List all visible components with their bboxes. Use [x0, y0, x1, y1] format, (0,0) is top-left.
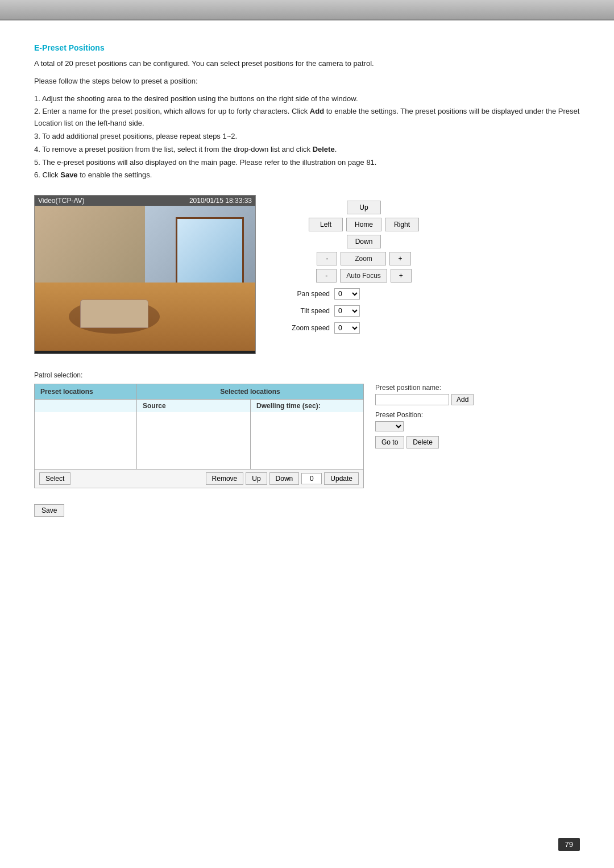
camera-label: Video(TCP-AV)	[38, 197, 85, 205]
select-button[interactable]: Select	[39, 472, 70, 485]
tilt-speed-label: Tilt speed	[284, 307, 330, 315]
intro-text: A total of 20 preset positions can be co…	[34, 58, 580, 70]
page-content: E-Preset Positions A total of 20 preset …	[0, 20, 614, 551]
ptz-zoom-label: Zoom	[341, 252, 386, 265]
sub-preset-col	[35, 400, 137, 412]
ptz-autofocus-plus-button[interactable]: +	[391, 269, 412, 283]
zoom-speed-row: Zoom speed 0123	[273, 322, 455, 334]
ptz-down-row: Down	[273, 235, 455, 248]
preset-position-select[interactable]	[375, 421, 404, 431]
ptz-down-button[interactable]: Down	[347, 235, 381, 248]
camera-controls-row: Video(TCP-AV) 2010/01/15 18:33:33 Up Lef…	[34, 195, 580, 354]
delete-button[interactable]: Delete	[406, 436, 439, 448]
ptz-zoom-plus-button[interactable]: +	[389, 252, 410, 265]
step-3: 3. To add additional preset positions, p…	[34, 131, 580, 143]
zoom-speed-select[interactable]: 0123	[334, 322, 360, 334]
ptz-controls: Up Left Home Right Down - Zoom + - Auto …	[273, 195, 455, 334]
steps-intro: Please follow the steps below to preset …	[34, 76, 580, 88]
preset-pos-label: Preset Position:	[375, 411, 478, 419]
patrol-table-header: Preset locations Selected locations	[35, 384, 363, 399]
ptz-home-button[interactable]: Home	[346, 218, 381, 231]
patrol-footer-right: Remove Up Down Update	[206, 472, 359, 485]
patrol-table-subheader: Source Dwelling time (sec):	[35, 399, 363, 412]
patrol-table-area: Preset locations Selected locations Sour…	[34, 384, 580, 488]
step4-bold: Delete	[313, 145, 335, 153]
pan-speed-label: Pan speed	[284, 290, 330, 298]
dwell-list-body	[251, 412, 363, 469]
preset-panel: Preset position name: Add Preset Positio…	[375, 384, 478, 448]
top-bar	[0, 0, 614, 20]
patrol-label: Patrol selection:	[34, 371, 580, 379]
preset-name-input[interactable]	[375, 394, 449, 405]
page-number: 79	[558, 838, 580, 851]
dwell-col-header: Dwelling time (sec):	[251, 400, 363, 412]
step-6: 6. Click Save to enable the settings.	[34, 169, 580, 181]
zoom-speed-label: Zoom speed	[284, 324, 330, 332]
pan-speed-select[interactable]: 0123	[334, 288, 360, 300]
patrol-table-footer: Select Remove Up Down Update	[35, 469, 363, 488]
camera-view: Video(TCP-AV) 2010/01/15 18:33:33	[34, 195, 256, 354]
ptz-zoom-row: - Zoom +	[273, 252, 455, 265]
save-button[interactable]: Save	[34, 504, 64, 517]
source-col-header: Source	[137, 400, 251, 412]
ptz-autofocus-minus-button[interactable]: -	[316, 269, 337, 283]
step6-bold: Save	[60, 171, 77, 179]
step-4: 4. To remove a preset position from the …	[34, 144, 580, 156]
steps-list: 1. Adjust the shooting area to the desir…	[34, 93, 580, 182]
pan-speed-row: Pan speed 0123	[273, 288, 455, 300]
camera-header: Video(TCP-AV) 2010/01/15 18:33:33	[35, 196, 255, 206]
goto-delete-row: Go to Delete	[375, 436, 478, 448]
step2-bold: Add	[310, 107, 324, 115]
ptz-autofocus-row: - Auto Focus +	[273, 269, 455, 283]
down-button[interactable]: Down	[269, 472, 300, 485]
ptz-right-button[interactable]: Right	[385, 218, 419, 231]
goto-button[interactable]: Go to	[375, 436, 404, 448]
step-2: 2. Enter a name for the preset position,…	[34, 106, 580, 130]
patrol-table: Preset locations Selected locations Sour…	[34, 384, 364, 488]
step-1: 1. Adjust the shooting area to the desir…	[34, 93, 580, 105]
section-title: E-Preset Positions	[34, 43, 580, 52]
preset-name-row: Add	[375, 394, 478, 405]
preset-name-label: Preset position name:	[375, 384, 478, 392]
camera-timestamp: 2010/01/15 18:33:33	[189, 197, 252, 205]
patrol-table-body	[35, 412, 363, 469]
update-button[interactable]: Update	[324, 472, 359, 485]
ptz-zoom-minus-button[interactable]: -	[317, 252, 337, 265]
add-preset-button[interactable]: Add	[451, 394, 474, 405]
ptz-autofocus-label: Auto Focus	[340, 269, 387, 283]
dwell-input[interactable]	[301, 473, 322, 484]
tilt-speed-row: Tilt speed 0123	[273, 305, 455, 317]
source-list-body	[137, 412, 251, 469]
tilt-speed-select[interactable]: 0123	[334, 305, 360, 317]
ptz-left-button[interactable]: Left	[309, 218, 343, 231]
remove-button[interactable]: Remove	[206, 472, 244, 485]
ptz-middle-row: Left Home Right	[273, 218, 455, 231]
up-button[interactable]: Up	[246, 472, 267, 485]
ptz-up-button[interactable]: Up	[347, 201, 381, 214]
preset-locations-header: Preset locations	[35, 384, 137, 399]
ptz-up-row: Up	[273, 201, 455, 214]
room-sofa	[80, 300, 148, 328]
selected-locations-header: Selected locations	[137, 384, 363, 399]
preset-list-body	[35, 412, 137, 469]
camera-image	[35, 206, 255, 351]
step-5: 5. The e-preset positions will also disp…	[34, 157, 580, 169]
